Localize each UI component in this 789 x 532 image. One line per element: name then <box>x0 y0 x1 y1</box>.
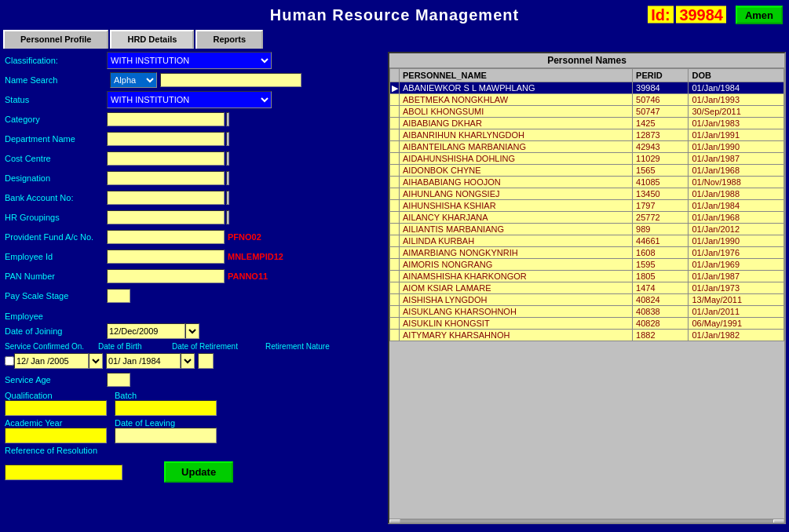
table-row[interactable]: AIOM KSIAR LAMARE147401/Jan/1973 <box>390 282 784 294</box>
table-row[interactable]: AIDONBOK CHYNE156501/Jan/1968 <box>390 165 784 177</box>
reference-label: Reference of Resolution <box>5 446 380 455</box>
hr-groupings-input[interactable] <box>107 210 225 224</box>
reference-input[interactable] <box>5 465 122 480</box>
table-row[interactable]: ▶ABANIEWKOR S L MAWPHLANG3998401/Jan/198… <box>390 82 784 94</box>
header: Human Resource Management Id: 39984 Amen <box>0 0 789 30</box>
classification-select[interactable]: WITH INSTITUTION <box>107 52 272 69</box>
category-input[interactable] <box>107 112 225 126</box>
cell-name: AISUKLIN KHONGSIT <box>400 318 633 330</box>
bank-account-input[interactable] <box>107 191 225 205</box>
cell-dob: 01/Jan/1987 <box>689 153 784 165</box>
scroll-right-btn[interactable]: ► <box>773 519 784 524</box>
cell-perid: 1474 <box>633 282 689 294</box>
dob-input[interactable] <box>106 353 181 369</box>
reference-group: Reference of Resolution Update <box>5 446 380 483</box>
academic-year-label: Academic Year <box>5 418 107 428</box>
designation-input[interactable] <box>107 171 225 185</box>
pay-scale-input[interactable] <box>107 289 130 303</box>
date-joining-dropdown[interactable]: ▼ <box>185 323 199 339</box>
row-indicator <box>390 200 400 212</box>
table-row[interactable]: AIBABIANG DKHAR142501/Jan/1983 <box>390 118 784 129</box>
service-age-input[interactable] <box>107 373 130 387</box>
table-row[interactable]: AISHISHA LYNGDOH4082413/May/2011 <box>390 294 784 306</box>
cell-dob: 01/Jan/1988 <box>689 188 784 200</box>
pf-input[interactable] <box>107 230 225 244</box>
right-panel: Personnel Names PERSONNEL_NAME PERID DOB… <box>385 49 789 527</box>
row-indicator <box>390 282 400 294</box>
service-confirmed-date: ▼ <box>5 353 103 369</box>
tab-hrd-details[interactable]: HRD Details <box>110 30 194 49</box>
cell-perid: 41085 <box>633 177 689 188</box>
cell-name: AINAMSHISHA KHARKONGOR <box>400 271 633 282</box>
cell-dob: 01/Jan/1982 <box>689 330 784 341</box>
cell-dob: 01/Nov/1988 <box>689 177 784 188</box>
cell-perid: 50746 <box>633 94 689 106</box>
cell-dob: 01/Jan/1984 <box>689 82 784 94</box>
cell-perid: 1882 <box>633 330 689 341</box>
service-confirmed-input[interactable] <box>14 353 89 369</box>
row-indicator <box>390 165 400 177</box>
table-row[interactable]: AIMARBIANG NONGKYNRIH160801/Jan/1976 <box>390 247 784 259</box>
batch-group: Batch <box>115 391 217 416</box>
category-label: Category <box>5 115 107 124</box>
academic-year-input[interactable] <box>5 428 107 443</box>
table-row[interactable]: AILANCY KHARJANA2577201/Jan/1968 <box>390 212 784 224</box>
cell-name: AIDONBOK CHYNE <box>400 165 633 177</box>
horizontal-scrollbar[interactable]: ◄ ► <box>389 519 784 524</box>
table-row[interactable]: AISUKLIN KHONGSIT4082806/May/1991 <box>390 318 784 330</box>
status-label: Status <box>5 95 107 104</box>
service-confirmed-check[interactable] <box>5 356 14 366</box>
cell-name: AIBABIANG DKHAR <box>400 118 633 129</box>
tab-reports[interactable]: Reports <box>195 30 263 49</box>
row-indicator <box>390 271 400 282</box>
table-row[interactable]: AILIANTIS MARBANIANG98901/Jan/2012 <box>390 224 784 235</box>
table-row[interactable]: AIBANTEILANG MARBANIANG4294301/Jan/1990 <box>390 141 784 153</box>
pay-scale-label: Pay Scale Stage <box>5 291 107 301</box>
col-dob: DOB <box>689 69 784 82</box>
batch-input[interactable] <box>115 400 217 416</box>
table-row[interactable]: AIHUNLANG NONGSIEJ1345001/Jan/1988 <box>390 188 784 200</box>
table-row[interactable]: AIHUNSHISHA KSHIAR179701/Jan/1984 <box>390 200 784 212</box>
table-row[interactable]: AITYMARY KHARSAHNOH188201/Jan/1982 <box>390 330 784 341</box>
table-row[interactable]: ABOLI KHONGSUMI5074730/Sep/2011 <box>390 106 784 118</box>
date-birth-label: Date of Birth <box>98 342 169 351</box>
tab-personnel-profile[interactable]: Personnel Profile <box>3 30 108 49</box>
employee-id-input[interactable] <box>107 250 225 264</box>
cost-centre-input[interactable] <box>107 151 225 166</box>
date-leaving-input[interactable] <box>115 428 217 443</box>
cell-perid: 39984 <box>633 82 689 94</box>
table-row[interactable]: AIHABABIANG HOOJON4108501/Nov/1988 <box>390 177 784 188</box>
retirement-date-input[interactable] <box>198 353 214 369</box>
date-leaving-group: Date of Leaving <box>115 418 217 443</box>
hr-groupings-row: HR Groupings <box>5 209 380 226</box>
table-row[interactable]: AINAMSHISHA KHARKONGOR180501/Jan/1987 <box>390 271 784 282</box>
table-row[interactable]: AILINDA KURBAH4466101/Jan/1990 <box>390 235 784 247</box>
table-row[interactable]: AIDAHUNSHISHA DOHLING1102901/Jan/1987 <box>390 153 784 165</box>
date-joining-input[interactable] <box>107 323 185 339</box>
table-header-row: PERSONNEL_NAME PERID DOB <box>390 69 784 82</box>
cell-perid: 25772 <box>633 212 689 224</box>
update-button[interactable]: Update <box>164 461 233 483</box>
cell-name: AIDAHUNSHISHA DOHLING <box>400 153 633 165</box>
row-indicator <box>390 153 400 165</box>
bank-account-label: Bank Account No: <box>5 193 107 202</box>
table-row[interactable]: AIBANRIHUN KHARLYNGDOH1287301/Jan/1991 <box>390 129 784 141</box>
table-row[interactable]: AISUKLANG KHARSOHNOH4083801/Jan/2011 <box>390 306 784 318</box>
scroll-left-btn[interactable]: ◄ <box>389 519 400 524</box>
cell-dob: 01/Jan/1990 <box>689 141 784 153</box>
table-row[interactable]: ABETMEKA NONGKHLAW5074601/Jan/1993 <box>390 94 784 106</box>
table-row[interactable]: AIMORIS NONGRANG159501/Jan/1969 <box>390 259 784 271</box>
scroll-track[interactable] <box>400 519 773 524</box>
dept-name-input[interactable] <box>107 132 225 146</box>
personnel-table-wrapper[interactable]: PERSONNEL_NAME PERID DOB ▶ABANIEWKOR S L… <box>389 68 784 519</box>
pan-input[interactable] <box>107 269 225 283</box>
amen-button[interactable]: Amen <box>736 6 783 24</box>
alpha-select[interactable]: Alpha <box>110 72 157 88</box>
status-select[interactable]: WITH INSTITUTION <box>107 91 272 108</box>
service-confirmed-dropdown[interactable]: ▼ <box>89 353 103 369</box>
name-search-input[interactable] <box>160 73 301 87</box>
row-indicator <box>390 129 400 141</box>
cell-name: AISHISHA LYNGDOH <box>400 294 633 306</box>
qualification-input[interactable] <box>5 400 107 416</box>
dob-dropdown[interactable]: ▼ <box>181 353 195 369</box>
